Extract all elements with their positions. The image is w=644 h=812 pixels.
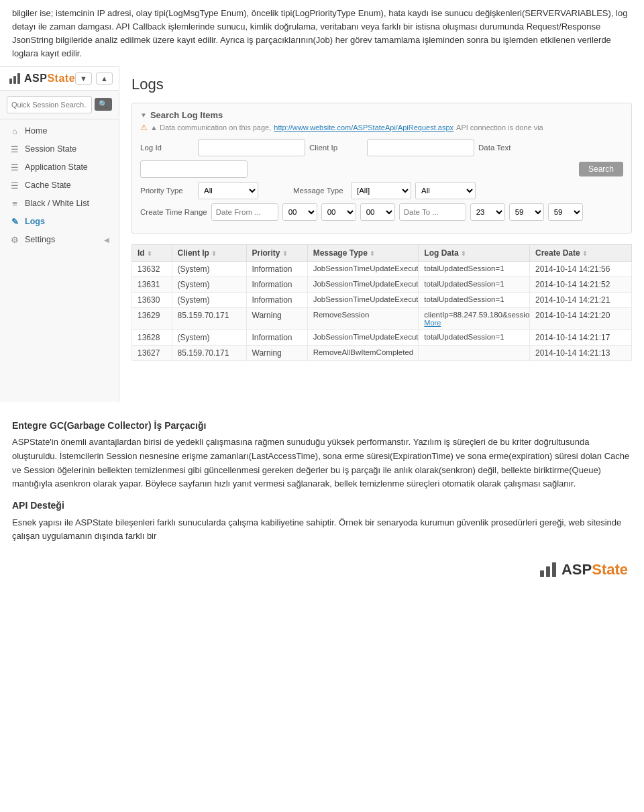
settings-icon: ⚙: [9, 235, 20, 245]
time-to-m-select[interactable]: 59: [509, 203, 544, 221]
cell-log-data: totalUpdatedSession=1: [419, 276, 530, 292]
sidebar-search: 🔍: [0, 91, 119, 119]
search-button-main[interactable]: Search: [579, 162, 623, 176]
cell-create-date: 2014-10-14 14:21:52: [529, 276, 631, 292]
sidebar-item-logs[interactable]: ✎ Logs: [0, 213, 119, 231]
date-to-input[interactable]: [399, 203, 466, 221]
section2-para: Esnek yapısı ile ASPState bileşenleri fa…: [12, 516, 632, 544]
cell-priority: Information: [246, 292, 307, 307]
collapse-icon: ▼: [140, 111, 147, 119]
sidebar-item-black-white-list-label: Black / White List: [25, 199, 89, 208]
logo-bar-3: [17, 73, 20, 84]
warning-icon: ⚠: [140, 123, 148, 132]
cell-id: 13628: [132, 329, 172, 345]
sidebar-nav: ⌂ Home ☰ Session State ☰ Application Sta…: [0, 119, 119, 249]
table-row: 13632 (System) Information JobSessionTim…: [132, 261, 632, 276]
sort-id-icon: ⇕: [147, 250, 152, 257]
sort-priority-icon: ⇕: [282, 250, 288, 257]
cell-client-ip: 85.159.70.171: [172, 345, 246, 360]
cache-state-icon: ☰: [9, 181, 20, 191]
cell-message-type: JobSessionTimeUpdateExecuted: [307, 276, 419, 292]
time-from-h-select[interactable]: 00: [282, 203, 317, 221]
sidebar-item-settings-label: Settings: [25, 235, 55, 244]
table-row: 13631 (System) Information JobSessionTim…: [132, 276, 632, 292]
logo-bars: [9, 73, 20, 84]
create-time-label: Create Time Range: [140, 208, 207, 216]
table-row: 13629 85.159.70.171 Warning RemoveSessio…: [132, 307, 632, 329]
cell-log-data: totalUpdatedSession=1: [419, 261, 530, 276]
th-create-date: Create Date⇕: [529, 244, 631, 261]
priority-type-label: Priority Type: [140, 187, 194, 195]
cell-id: 13627: [132, 345, 172, 360]
cell-id: 13632: [132, 261, 172, 276]
logo-bar-1: [9, 79, 12, 84]
search-panel-title-text: Search Log Items: [150, 110, 223, 120]
settings-arrow-icon: ◀: [104, 236, 109, 244]
cell-message-type: RemoveSession: [307, 307, 419, 329]
logo-text-state: State: [47, 72, 75, 84]
sort-log-data-icon: ⇕: [461, 250, 466, 257]
search-panel: ▼ Search Log Items ⚠ ▲ Data communicatio…: [131, 103, 632, 234]
cell-create-date: 2014-10-14 14:21:17: [529, 329, 631, 345]
search-input[interactable]: [7, 96, 92, 113]
logo-text: ASPState: [24, 72, 75, 85]
table-row: 13630 (System) Information JobSessionTim…: [132, 292, 632, 307]
time-from-m-select[interactable]: 00: [321, 203, 356, 221]
search-panel-info: ⚠ ▲ Data communication on this page, htt…: [140, 123, 623, 132]
message-type-select[interactable]: [All]: [351, 182, 411, 199]
sidebar-item-black-white-list[interactable]: ≡ Black / White List: [0, 195, 119, 213]
sidebar-item-home-label: Home: [25, 126, 47, 136]
header-button-area: ▼ ▲: [75, 72, 113, 85]
client-ip-label: Client Ip: [309, 144, 363, 152]
priority-type-select[interactable]: All: [198, 182, 258, 199]
page-title: Logs: [131, 76, 632, 93]
notification-button[interactable]: ▼: [75, 72, 92, 85]
cell-create-date: 2014-10-14 14:21:20: [529, 307, 631, 329]
th-message-type: Message Type⇕: [307, 244, 419, 261]
cell-log-data: [419, 345, 530, 360]
sort-create-date-icon: ⇕: [582, 250, 588, 257]
th-client-ip: Client Ip⇕: [172, 244, 246, 261]
cell-client-ip: (System): [172, 276, 246, 292]
search-panel-info-link[interactable]: http://www.website.com/ASPStateApi/ApiRe…: [274, 123, 453, 132]
cell-log-data: totalUpdatedSession=1: [419, 292, 530, 307]
cell-message-type: JobSessionTimeUpdateExecuted: [307, 261, 419, 276]
sidebar-item-session-state[interactable]: ☰ Session State: [0, 140, 119, 158]
search-button[interactable]: 🔍: [95, 98, 112, 111]
home-icon: ⌂: [9, 126, 20, 136]
bottom-text-area: Entegre GC(Garbage Collector) İş Parçacı…: [0, 402, 644, 555]
client-ip-input[interactable]: [367, 139, 474, 156]
section1-title: Entegre GC(Garbage Collector) İş Parçacı…: [12, 418, 632, 433]
cell-log-data: totalUpdatedSession=1: [419, 329, 530, 345]
cell-id: 13631: [132, 276, 172, 292]
bottom-logo-state: State: [592, 561, 628, 578]
filter-row-1: Log Id Client Ip Data Text Search: [140, 139, 623, 178]
sidebar-item-home[interactable]: ⌂ Home: [0, 122, 119, 140]
th-log-data: Log Data⇕: [419, 244, 530, 261]
user-button[interactable]: ▲: [96, 72, 113, 85]
cell-client-ip: 85.159.70.171: [172, 307, 246, 329]
sidebar-item-application-state[interactable]: ☰ Application State: [0, 158, 119, 176]
data-text-input[interactable]: [140, 160, 248, 178]
time-from-s-select[interactable]: 00: [360, 203, 395, 221]
search-panel-info-suffix: API connection is done via: [456, 123, 543, 132]
log-id-label: Log Id: [140, 144, 194, 152]
cell-message-type: JobSessionTimeUpdateExecuted: [307, 292, 419, 307]
search-panel-title: ▼ Search Log Items: [140, 110, 623, 120]
cell-message-type: JobSessionTimeUpdateExecuted: [307, 329, 419, 345]
sidebar-item-settings[interactable]: ⚙ Settings ◀: [0, 231, 119, 249]
message-type-sub-select[interactable]: All: [415, 182, 476, 199]
application-state-icon: ☰: [9, 162, 20, 172]
section1-para: ASPState'in önemli avantajlardan birisi …: [12, 436, 632, 491]
log-id-input[interactable]: [198, 139, 305, 156]
cell-priority: Warning: [246, 307, 307, 329]
time-to-h-select[interactable]: 23: [470, 203, 505, 221]
sort-message-type-icon: ⇕: [370, 250, 375, 257]
logo-bar-2: [13, 76, 16, 84]
bottom-logo-text: ASPState: [561, 561, 628, 578]
more-link[interactable]: More: [424, 319, 441, 327]
logs-table: Id⇕ Client Ip⇕ Priority⇕ Message Type⇕ L…: [131, 244, 632, 361]
sidebar-item-cache-state[interactable]: ☰ Cache State: [0, 176, 119, 195]
time-to-s-select[interactable]: 59: [548, 203, 583, 221]
date-from-input[interactable]: [211, 203, 278, 221]
